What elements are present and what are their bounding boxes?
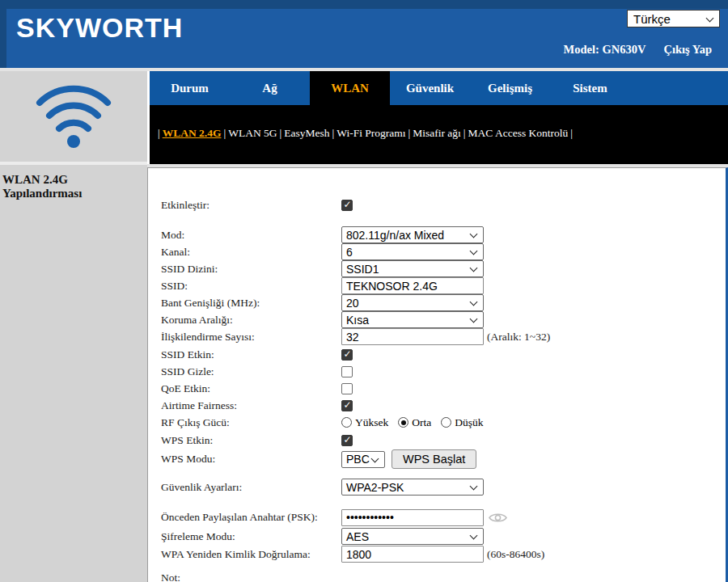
form-row-encryption: Şifreleme Modu: AES	[161, 528, 484, 545]
assoc-count-input[interactable]	[341, 328, 484, 345]
wifi-icon-block	[0, 71, 147, 162]
wps-enable-label: WPS Etkin:	[161, 434, 341, 447]
form-row-security: Güvenlik Ayarları: WPA2-PSK	[161, 479, 484, 496]
enable-label: Etkinleştir:	[161, 199, 341, 212]
ssid-index-label: SSID Dizini:	[161, 263, 341, 276]
encryption-select-value: AES	[346, 530, 369, 543]
form-row-rf-power: RF Çıkış Gücü: Yüksek Orta Düşük	[161, 414, 493, 431]
subnav-separator: |	[158, 127, 160, 139]
rf-power-radio-yuksek[interactable]	[341, 417, 352, 428]
guard-interval-label: Koruma Aralığı:	[161, 314, 341, 327]
wifi-icon	[28, 80, 119, 153]
form-row-wps-enable: WPS Etkin:	[161, 432, 353, 449]
form-row-psk: Önceden Paylaşılan Anahtar (PSK):	[161, 507, 507, 528]
ssid-enable-checkbox[interactable]	[341, 349, 353, 361]
ssid-label: SSID:	[161, 280, 341, 293]
psk-label: Önceden Paylaşılan Anahtar (PSK):	[161, 511, 341, 524]
guard-interval-select-value: Kısa	[346, 314, 369, 327]
brand-logo: SKYWORTH	[16, 12, 183, 44]
rf-power-option-label: Orta	[412, 416, 431, 429]
airtime-fairness-checkbox[interactable]	[341, 400, 353, 411]
channel-select-value: 6	[346, 246, 353, 259]
sidebar-item-wlan-24g-config[interactable]: WLAN 2.4G Yapılandırması	[0, 165, 147, 200]
subnav-separator: |	[223, 127, 226, 139]
rf-power-radio-orta[interactable]	[398, 417, 408, 428]
subnav-separator: |	[408, 127, 411, 139]
rf-power-option-label: Düşük	[455, 416, 483, 429]
language-select[interactable]: Türkçe	[627, 10, 720, 27]
tab-gelismis[interactable]: Gelişmiş	[470, 71, 550, 105]
wps-enable-checkbox[interactable]	[341, 435, 353, 446]
form-row-ssid-enable: SSID Etkin:	[161, 346, 353, 363]
encryption-select[interactable]: AES	[341, 528, 484, 545]
form-row-guard-interval: Koruma Aralığı: Kısa	[161, 311, 484, 328]
form-row-channel: Kanal: 6	[161, 243, 484, 260]
subnav-item-wifi-programi[interactable]: Wi-Fi Programı	[336, 127, 405, 139]
subnav-item-easymesh[interactable]: EasyMesh	[284, 127, 329, 139]
wps-mode-select[interactable]: PBC	[341, 451, 385, 468]
header: SKYWORTH Türkçe Model: GN630VÇıkış Yap	[0, 0, 728, 71]
wpa-rekey-hint: (60s-86400s)	[487, 548, 544, 561]
header-separator	[0, 68, 728, 71]
model-label: Model: GN630V	[564, 43, 646, 56]
enable-checkbox[interactable]	[341, 200, 353, 211]
form-row-qoe-enable: QoE Etkin:	[161, 380, 353, 397]
show-password-eye-icon[interactable]	[489, 511, 507, 525]
form-row-enable: Etkinleştir:	[161, 196, 353, 213]
language-select-value: Türkçe	[633, 12, 671, 26]
subnav-separator: |	[332, 127, 335, 139]
tab-guvenlik[interactable]: Güvenlik	[390, 71, 470, 105]
security-select[interactable]: WPA2-PSK	[341, 479, 484, 496]
subnav-item-misafir-agi[interactable]: Misafir ağı	[413, 127, 461, 139]
security-label: Güvenlik Ayarları:	[161, 481, 341, 494]
subnav-item-wlan-5g[interactable]: WLAN 5G	[228, 127, 277, 139]
wps-mode-label: WPS Modu:	[161, 453, 341, 466]
qoe-enable-label: QoE Etkin:	[161, 382, 341, 395]
form-row-assoc-count: İlişkilendirme Sayısı: (Aralık: 1~32)	[161, 328, 550, 345]
wps-start-button[interactable]: WPS Başlat	[392, 449, 476, 469]
logout-link[interactable]: Çıkış Yap	[663, 43, 712, 56]
tab-wlan[interactable]: WLAN	[310, 71, 390, 105]
chevron-down-icon	[470, 483, 478, 491]
form-row-ssid-index: SSID Dizini: SSID1	[161, 260, 484, 277]
rf-power-option-label: Yüksek	[355, 416, 388, 429]
rf-power-radio-dusuk[interactable]	[441, 417, 451, 428]
tab-ag[interactable]: Ağ	[230, 71, 310, 105]
form-row-mode: Mod: 802.11g/n/ax Mixed	[161, 226, 484, 243]
mode-select-value: 802.11g/n/ax Mixed	[346, 229, 444, 242]
bandwidth-select-value: 20	[346, 297, 359, 310]
wpa-rekey-label: WPA Yeniden Kimlik Doğrulama:	[161, 548, 341, 561]
ssid-index-select[interactable]: SSID1	[341, 260, 484, 277]
ssid-hide-checkbox[interactable]	[341, 366, 353, 377]
bandwidth-label: Bant Genişliği (MHz):	[161, 297, 341, 310]
channel-select[interactable]: 6	[341, 243, 484, 260]
form-row-airtime-fairness: Airtime Fairness:	[161, 397, 353, 414]
form-row-wpa-rekey: WPA Yeniden Kimlik Doğrulama: (60s-86400…	[161, 546, 544, 563]
ssid-index-select-value: SSID1	[346, 263, 379, 276]
chevron-down-icon	[706, 15, 714, 23]
chevron-down-icon	[470, 264, 478, 272]
chevron-down-icon	[470, 247, 478, 255]
assoc-count-label: İlişkilendirme Sayısı:	[161, 331, 341, 344]
form-row-ssid-hide: SSID Gizle:	[161, 363, 353, 380]
wps-mode-select-value: PBC	[346, 453, 370, 466]
channel-label: Kanal:	[161, 246, 341, 259]
guard-interval-select[interactable]: Kısa	[341, 311, 484, 328]
subnav-separator: |	[463, 127, 466, 139]
subnav-item-mac-access-kontrolu[interactable]: MAC Access Kontrolü	[468, 127, 569, 139]
wpa-rekey-input[interactable]	[341, 546, 484, 563]
bandwidth-select[interactable]: 20	[341, 294, 484, 311]
chevron-down-icon	[470, 532, 478, 540]
rf-power-label: RF Çıkış Gücü:	[161, 416, 341, 429]
mode-select[interactable]: 802.11g/n/ax Mixed	[341, 226, 484, 243]
psk-input[interactable]	[341, 509, 484, 526]
tab-sistem[interactable]: Sistem	[550, 71, 630, 105]
ssid-input[interactable]	[341, 277, 484, 294]
chevron-down-icon	[470, 298, 478, 306]
form-row-wps-mode: WPS Modu: PBC WPS Başlat	[161, 449, 476, 470]
tab-durum[interactable]: Durum	[150, 71, 230, 105]
subnav-item-wlan-24g[interactable]: WLAN 2.4G	[163, 127, 222, 139]
qoe-enable-checkbox[interactable]	[341, 383, 353, 394]
account-bar: Model: GN630VÇıkış Yap	[564, 43, 712, 57]
ssid-enable-label: SSID Etkin:	[161, 348, 341, 361]
